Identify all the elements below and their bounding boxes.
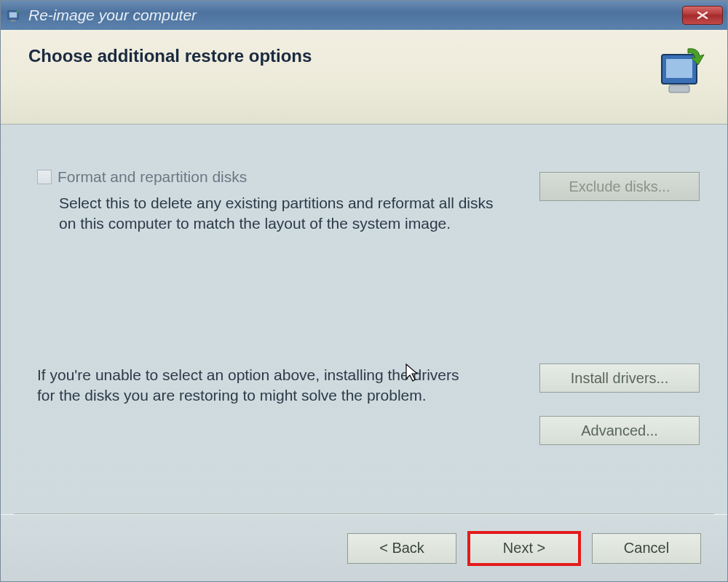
footer: < Back Next > Cancel (1, 514, 727, 581)
title-bar: Re-image your computer (1, 1, 727, 30)
cancel-button[interactable]: Cancel (592, 533, 701, 564)
install-drivers-label: Install drivers... (571, 370, 668, 387)
install-drivers-button[interactable]: Install drivers... (539, 363, 700, 393)
header-band: Choose additional restore options (1, 30, 727, 125)
wizard-window: Re-image your computer Choose additional… (0, 0, 728, 582)
exclude-disks-button: Exclude disks... (539, 172, 700, 201)
close-button[interactable] (682, 6, 723, 25)
svg-rect-4 (666, 59, 692, 78)
install-drivers-hint: If you're unable to select an option abo… (37, 365, 459, 406)
next-button[interactable]: Next > (470, 533, 579, 564)
close-icon (696, 11, 709, 20)
cancel-label: Cancel (624, 540, 669, 557)
svg-rect-5 (669, 85, 689, 93)
svg-rect-2 (11, 20, 15, 22)
back-label: < Back (379, 540, 424, 557)
advanced-button[interactable]: Advanced... (539, 416, 700, 445)
format-checkbox (37, 170, 52, 184)
format-option-description: Select this to delete any existing parti… (59, 193, 510, 235)
exclude-disks-label: Exclude disks... (569, 178, 670, 195)
next-label: Next > (503, 540, 545, 557)
page-title: Choose additional restore options (28, 46, 312, 66)
body-area: Format and repartition disks Select this… (1, 125, 727, 514)
svg-rect-1 (9, 12, 17, 17)
back-button[interactable]: < Back (347, 533, 456, 564)
app-icon (7, 8, 23, 23)
window-title: Re-image your computer (28, 7, 682, 24)
advanced-label: Advanced... (581, 422, 658, 439)
format-checkbox-label: Format and repartition disks (58, 168, 247, 186)
restore-computer-icon (647, 46, 705, 97)
